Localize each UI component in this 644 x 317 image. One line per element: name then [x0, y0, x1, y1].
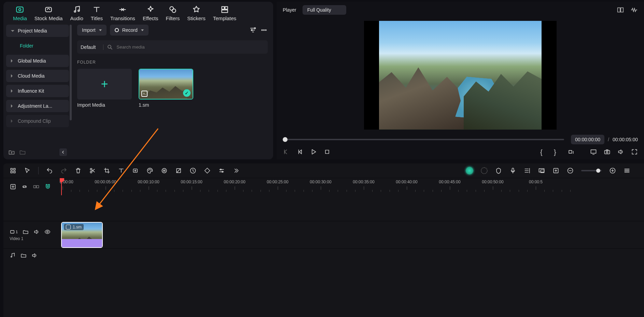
sidebar-item-influence-kit[interactable]: Influence Kit	[6, 85, 69, 97]
sidebar-item-folder[interactable]: Folder	[6, 40, 69, 52]
new-folder-icon[interactable]	[8, 149, 15, 156]
scrubber-track[interactable]	[283, 139, 564, 140]
stop-icon[interactable]	[324, 148, 331, 155]
waveform-icon[interactable]	[630, 6, 638, 14]
chevron-down-icon[interactable]	[576, 148, 583, 155]
tab-media[interactable]: Media	[13, 5, 27, 21]
record-label: Record	[122, 27, 138, 33]
tab-audio[interactable]: Audio	[70, 5, 83, 21]
sidebar-item-global-media[interactable]: Global Media	[6, 55, 69, 67]
monitor-icon[interactable]	[590, 148, 597, 155]
lock-icon[interactable]	[23, 229, 29, 235]
sidebar-item-adjustment-layer[interactable]: Adjustment La...	[6, 100, 69, 112]
speed-icon[interactable]	[190, 167, 196, 174]
ai-assistant-icon[interactable]	[466, 167, 473, 174]
audio-track-icon[interactable]	[10, 252, 16, 259]
timeline-clip[interactable]: 1.sm	[61, 222, 103, 248]
tab-stickers[interactable]: Stickers	[187, 5, 205, 21]
quality-dropdown[interactable]: Full Quality	[303, 5, 346, 15]
audio-mix-icon[interactable]	[524, 167, 531, 174]
display-icon[interactable]	[538, 167, 545, 174]
caret-down-icon	[11, 30, 14, 32]
zoom-in-icon[interactable]	[609, 167, 616, 174]
track-body[interactable]: 1.sm	[60, 221, 644, 248]
lock-icon[interactable]	[20, 252, 27, 259]
import-button[interactable]: Import	[77, 25, 107, 36]
voiceover-icon[interactable]	[509, 167, 516, 174]
mark-in-icon[interactable]: {	[540, 148, 547, 155]
media-thumbnail[interactable]: ✓	[139, 69, 193, 100]
tab-filters[interactable]: Filters	[166, 5, 180, 21]
sidebar-item-compound-clip[interactable]: Compound Clip	[6, 115, 69, 127]
filter-icon[interactable]	[249, 26, 257, 34]
prev-frame-icon[interactable]	[283, 148, 290, 155]
svg-rect-17	[618, 8, 620, 12]
layout-split-icon[interactable]	[617, 6, 624, 14]
mute-icon[interactable]	[33, 229, 40, 235]
search-input[interactable]	[113, 42, 264, 52]
folder-icon[interactable]	[19, 149, 26, 156]
video-box[interactable]	[364, 21, 557, 130]
marker-icon[interactable]	[495, 167, 502, 174]
undo-icon[interactable]	[46, 167, 53, 174]
mute-icon[interactable]	[31, 252, 38, 259]
redo-icon[interactable]	[60, 167, 67, 174]
crop-icon[interactable]	[103, 167, 110, 174]
timeline-ruler[interactable]: 00:00:00:0000:00:05:0000:00:10:0000:00:1…	[60, 178, 644, 195]
sidebar-scrollbar[interactable]	[70, 25, 72, 120]
mask-icon[interactable]	[175, 167, 182, 174]
collapse-sidebar-button[interactable]	[59, 148, 67, 156]
sort-dropdown[interactable]: Default	[81, 44, 103, 50]
playhead-handle[interactable]	[60, 178, 64, 181]
adjust-icon[interactable]	[218, 167, 225, 174]
svg-rect-21	[591, 150, 596, 153]
ripple-icon[interactable]	[33, 183, 40, 190]
ratio-icon[interactable]	[568, 148, 574, 155]
more-tools-icon[interactable]	[233, 167, 239, 174]
cursor-icon[interactable]	[24, 167, 31, 174]
import-media-box[interactable]: +	[77, 69, 132, 100]
fullscreen-icon[interactable]	[631, 148, 638, 155]
split-icon[interactable]	[89, 167, 96, 174]
sidebar-item-cloud-media[interactable]: Cloud Media	[6, 70, 69, 82]
zoom-out-icon[interactable]	[567, 167, 574, 174]
export-icon[interactable]	[552, 167, 559, 174]
record-tool-icon[interactable]	[132, 167, 139, 174]
track-spacer	[3, 195, 644, 221]
track-height-icon[interactable]	[624, 167, 630, 174]
tab-effects[interactable]: Effects	[143, 5, 158, 21]
apps-icon[interactable]	[10, 167, 16, 174]
keyframe-icon[interactable]	[204, 167, 211, 174]
tab-titles[interactable]: Titles	[91, 5, 103, 21]
mark-out-icon[interactable]: }	[554, 148, 561, 155]
zoom-slider[interactable]	[581, 170, 602, 171]
ruler-tick: 00:00:15:00	[181, 180, 202, 184]
step-back-icon[interactable]	[296, 148, 303, 155]
tab-effects-label: Effects	[143, 15, 158, 21]
palette-icon[interactable]	[146, 167, 153, 174]
sidebar-item-project-media[interactable]: Project Media	[6, 25, 69, 37]
volume-icon[interactable]	[617, 148, 624, 155]
media-item[interactable]: ✓ 1.sm	[139, 69, 193, 108]
scrubber-handle[interactable]	[283, 137, 288, 142]
link-icon[interactable]	[21, 183, 28, 190]
record-button[interactable]: Record	[110, 25, 149, 36]
delete-icon[interactable]	[75, 167, 82, 174]
more-icon[interactable]	[260, 26, 268, 34]
text-tool-icon[interactable]	[118, 167, 125, 174]
add-track-icon[interactable]	[10, 183, 16, 190]
render-icon[interactable]	[481, 167, 488, 174]
sidebar-label: Folder	[20, 43, 33, 49]
svg-point-32	[149, 170, 149, 171]
visibility-icon[interactable]	[44, 229, 51, 235]
playhead[interactable]	[61, 178, 62, 195]
tab-stock-media[interactable]: Stock Media	[34, 5, 63, 21]
ai-icon[interactable]	[161, 167, 168, 174]
import-media-item[interactable]: + Import Media	[77, 69, 132, 108]
track-body[interactable]	[60, 249, 644, 262]
tab-transitions[interactable]: Transitions	[110, 5, 135, 21]
snapshot-icon[interactable]	[604, 148, 611, 155]
play-icon[interactable]	[310, 148, 317, 155]
tab-templates[interactable]: Templates	[213, 5, 236, 21]
magnet-icon[interactable]	[44, 183, 51, 190]
